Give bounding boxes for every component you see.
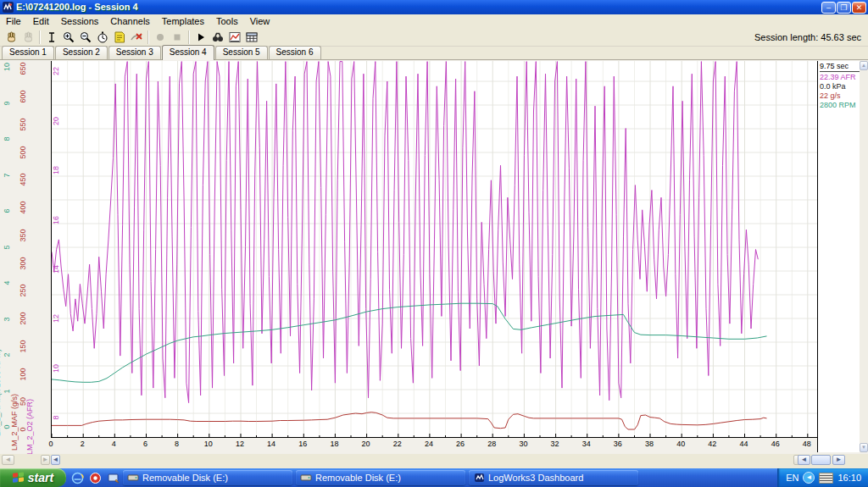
tab-session-2[interactable]: Session 2 xyxy=(55,46,108,59)
toolbar-separator xyxy=(188,30,190,44)
hscroll-left-arrow-button[interactable]: ◄ xyxy=(798,455,810,465)
x-axis-tick-label: 6 xyxy=(143,440,147,448)
tab-session-4[interactable]: Session 4 xyxy=(162,45,214,60)
menu-edit[interactable]: Edit xyxy=(27,15,55,27)
x-axis-tick-label: 20 xyxy=(362,440,370,448)
close-button[interactable]: ✕ xyxy=(852,2,866,14)
hscroll-step-left-button[interactable]: ◄ xyxy=(51,455,60,465)
ibeam-cursor-icon[interactable] xyxy=(43,30,60,45)
x-axis-tick-label: 42 xyxy=(708,440,716,448)
delete-marker-icon[interactable] xyxy=(128,30,145,45)
logworks-icon xyxy=(473,473,485,483)
language-indicator[interactable]: EN xyxy=(786,473,798,483)
play-icon[interactable] xyxy=(192,30,209,45)
zoom-out-icon[interactable] xyxy=(77,30,94,45)
taskbar-button-label: LogWorks3 Dashboard xyxy=(488,473,583,483)
record-icon[interactable] xyxy=(152,30,169,45)
maf-axis-tick-label: 350 xyxy=(19,229,27,241)
toolbar-separator xyxy=(147,30,149,44)
tray-device-icon[interactable] xyxy=(819,473,833,484)
ie-quicklaunch-icon[interactable] xyxy=(70,471,84,484)
menu-file[interactable]: File xyxy=(0,15,27,27)
tab-session-1[interactable]: Session 1 xyxy=(2,46,54,59)
vertical-scrollbar[interactable]: ▲ ▼ xyxy=(860,61,868,452)
afr-axis-title: LM_2_O2 (AFR) xyxy=(25,399,34,455)
cursor-channel-value: 22 g/s xyxy=(820,91,860,101)
x-axis-tick-label: 4 xyxy=(112,440,116,448)
title-bar: E:\07241200.log - Session 4 – ❐ ✕ xyxy=(0,0,868,14)
session-length-readout: Session length: 45.63 sec xyxy=(754,32,861,42)
tab-session-6[interactable]: Session 6 xyxy=(269,46,321,59)
tab-session-3[interactable]: Session 3 xyxy=(108,46,161,59)
hscroll-thumb[interactable] xyxy=(811,455,831,465)
restore-button[interactable]: ❐ xyxy=(837,2,851,14)
rpm-axis-tick-label: 8 xyxy=(3,136,11,141)
show-desktop-quicklaunch-icon[interactable] xyxy=(106,471,120,484)
tray-chevron-icon[interactable]: ◄ xyxy=(803,472,815,484)
x-axis-tick-label: 32 xyxy=(551,440,559,448)
session-length-value: 45.63 sec xyxy=(821,32,861,42)
x-axis-tick-label: 48 xyxy=(803,440,811,448)
stop-icon[interactable] xyxy=(169,30,186,45)
logworks-app-icon xyxy=(3,2,14,13)
menu-bar: FileEditSessionsChannelsTemplatesToolsVi… xyxy=(0,14,868,29)
taskbar-button[interactable]: Removable Disk (E:) xyxy=(123,470,292,485)
series-lm_2_maf xyxy=(52,412,767,429)
afr-axis-tick-label: 20 xyxy=(52,117,60,125)
zoom-in-icon[interactable] xyxy=(60,30,77,45)
afr-axis-tick-label: 10 xyxy=(52,364,60,373)
taskbar-clock: 16:10 xyxy=(837,473,861,483)
pan-hand-icon[interactable] xyxy=(3,30,19,45)
hscroll-step-right-button[interactable]: ► xyxy=(41,455,50,465)
grab-hand-icon[interactable] xyxy=(19,30,36,45)
x-axis-tick-label: 38 xyxy=(645,440,654,448)
taskbar-button[interactable]: LogWorks3 Dashboard xyxy=(469,470,638,485)
rpm-axis-tick-label: 2 xyxy=(3,352,11,357)
rpm-axis-tick-label: 7 xyxy=(3,173,11,177)
x-axis-tick-label: 8 xyxy=(175,440,179,448)
maf-axis-tick-label: 150 xyxy=(19,340,27,352)
hscroll-left-button[interactable]: ◄ xyxy=(2,455,14,465)
x-axis-tick-label: 40 xyxy=(676,440,685,448)
maf-axis-tick-label: 550 xyxy=(19,118,27,130)
find-binoculars-icon[interactable] xyxy=(209,30,226,45)
afr-axis-tick-label: 22 xyxy=(52,67,60,75)
rpm-axis-tick-label: 10 xyxy=(3,63,11,71)
drive-icon xyxy=(300,473,312,483)
taskbar-button[interactable]: Removable Disk (E:) xyxy=(296,470,465,485)
menu-view[interactable]: View xyxy=(244,15,276,27)
tab-session-5[interactable]: Session 5 xyxy=(215,46,268,59)
log-chart-plot[interactable] xyxy=(51,61,817,438)
horizontal-scrollbar[interactable]: ◄ ► ◄ ► ◄ ► xyxy=(0,454,868,466)
menu-channels[interactable]: Channels xyxy=(104,15,155,27)
stopwatch-icon[interactable] xyxy=(94,30,111,45)
x-axis-tick-label: 0 xyxy=(48,440,53,448)
scroll-down-button[interactable]: ▼ xyxy=(860,443,868,452)
menu-sessions[interactable]: Sessions xyxy=(55,15,105,27)
graph-icon[interactable] xyxy=(226,30,243,45)
table-icon[interactable] xyxy=(243,30,260,45)
afr-axis-tick-label: 8 xyxy=(52,416,60,420)
menu-tools[interactable]: Tools xyxy=(210,15,244,27)
x-axis-tick-label: 22 xyxy=(393,440,402,448)
media-player-quicklaunch-icon[interactable] xyxy=(88,471,102,484)
x-axis-tick-label: 30 xyxy=(519,440,527,448)
start-button-label: start xyxy=(28,471,53,484)
start-button[interactable]: start xyxy=(0,468,66,487)
x-axis-tick-label: 10 xyxy=(204,440,213,448)
window-title: E:\07241200.log - Session 4 xyxy=(16,0,821,14)
x-axis-tick-label: 36 xyxy=(614,440,622,448)
menu-templates[interactable]: Templates xyxy=(156,15,210,27)
rpm-axis-tick-label: 1 xyxy=(3,389,11,393)
hscroll-right-arrow-button[interactable]: ► xyxy=(832,455,845,465)
windows-flag-icon xyxy=(13,472,25,484)
scroll-up-button[interactable]: ▲ xyxy=(860,61,868,70)
toolbar-separator xyxy=(39,30,41,44)
maf-axis-tick-label: 300 xyxy=(19,257,27,269)
minimize-button[interactable]: – xyxy=(821,2,836,14)
windows-taskbar: start Removable Disk (E:)Removable Disk … xyxy=(0,468,868,487)
x-axis-tick-label: 18 xyxy=(330,440,338,448)
chart-region: 0123456789100501001502002503003504004505… xyxy=(0,60,868,454)
note-icon[interactable] xyxy=(111,30,128,45)
taskbar-button-label: Removable Disk (E:) xyxy=(142,473,228,483)
